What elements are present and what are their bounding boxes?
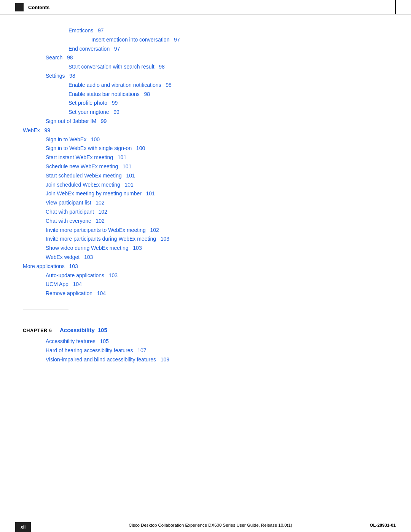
toc-item[interactable]: Enable audio and vibration notifications…	[68, 81, 388, 90]
toc-link[interactable]: Sign in to WebEx 100	[46, 136, 100, 142]
chapter-title[interactable]: Accessibility	[60, 327, 95, 333]
toc-link[interactable]: Invite more participants to WebEx meetin…	[46, 227, 159, 233]
chapter-toc-link[interactable]: Accessibility features 105	[46, 338, 109, 344]
header-title: Contents	[28, 5, 49, 10]
toc-link[interactable]: Invite more participants during WebEx me…	[46, 236, 169, 242]
toc-link[interactable]: Insert emoticon into conversation 97	[91, 37, 180, 43]
toc-item[interactable]: Chat with participant 102	[46, 208, 388, 217]
toc-link[interactable]: Schedule new WebEx meeting 101	[46, 163, 131, 169]
toc-item[interactable]: More applications 103	[23, 262, 388, 271]
toc-item[interactable]: Sign in to WebEx 100	[46, 135, 388, 144]
toc-link[interactable]: Auto-update applications 103	[46, 272, 118, 278]
chapter-items: Accessibility features 105Hard of hearin…	[23, 337, 388, 364]
toc-link[interactable]: WebEx widget 103	[46, 254, 93, 260]
toc-item[interactable]: End conversation 97	[68, 45, 388, 54]
toc-link[interactable]: Start instant WebEx meeting 101	[46, 154, 126, 160]
toc-item[interactable]: WebEx widget 103	[46, 253, 388, 262]
toc-link[interactable]: Join scheduled WebEx meeting 101	[46, 182, 134, 188]
toc-link[interactable]: Start conversation with search result 98	[68, 64, 165, 70]
toc-link[interactable]: Enable status bar notifications 98	[68, 91, 150, 97]
toc-item[interactable]: Settings 98	[46, 72, 388, 81]
toc-item[interactable]: Invite more participants to WebEx meetin…	[46, 226, 388, 235]
chapter-toc-item[interactable]: Vision-impaired and blind accessibility …	[46, 355, 388, 364]
toc-link[interactable]: WebEx 99	[23, 127, 50, 133]
header-square-icon	[15, 3, 24, 11]
toc-item[interactable]: Start scheduled WebEx meeting 101	[46, 171, 388, 181]
chapter-toc-item[interactable]: Hard of hearing accessibility features 1…	[46, 346, 388, 355]
toc-link[interactable]: Search 98	[46, 54, 73, 61]
toc-item[interactable]: Chat with everyone 102	[46, 217, 388, 226]
toc-link[interactable]: End conversation 97	[68, 46, 120, 52]
toc-item[interactable]: WebEx 99	[23, 126, 388, 135]
toc-item[interactable]: Start instant WebEx meeting 101	[46, 153, 388, 162]
toc-link[interactable]: Show video during WebEx meeting 103	[46, 245, 142, 251]
page-footer: xii Cisco Desktop Collaboration Experien…	[0, 518, 411, 532]
toc-item[interactable]: Invite more participants during WebEx me…	[46, 235, 388, 244]
toc-item[interactable]: Emoticons 97	[68, 26, 388, 35]
chapter-label: CHAPTER 6	[23, 328, 52, 333]
toc-item[interactable]: Auto-update applications 103	[46, 271, 388, 280]
toc-link[interactable]: More applications 103	[23, 263, 78, 269]
toc-content: Emoticons 97Insert emoticon into convers…	[0, 15, 411, 395]
toc-item[interactable]: Join scheduled WebEx meeting 101	[46, 181, 388, 190]
chapter-heading: CHAPTER 6 Accessibility 105	[23, 325, 388, 335]
toc-link[interactable]: Remove application 104	[46, 290, 106, 296]
toc-item[interactable]: Insert emoticon into conversation 97	[91, 35, 388, 45]
toc-item[interactable]: Remove application 104	[46, 289, 388, 298]
toc-link[interactable]: UCM App 104	[46, 281, 82, 287]
toc-item[interactable]: Search 98	[46, 53, 388, 62]
footer-doc-number: OL-28931-01	[370, 523, 396, 527]
header-right-line	[395, 0, 396, 14]
chapter-page: 105	[98, 325, 107, 335]
toc-item[interactable]: Schedule new WebEx meeting 101	[46, 162, 388, 171]
chapter-toc-link[interactable]: Vision-impaired and blind accessibility …	[46, 356, 169, 363]
toc-item[interactable]: Start conversation with search result 98	[68, 62, 388, 72]
toc-list: Emoticons 97Insert emoticon into convers…	[23, 26, 388, 298]
page-header: Contents	[0, 0, 411, 15]
chapter-divider	[23, 310, 68, 310]
toc-item[interactable]: View participant list 102	[46, 198, 388, 208]
chapter-toc-item[interactable]: Accessibility features 105	[46, 337, 388, 346]
chapter-toc-link[interactable]: Hard of hearing accessibility features 1…	[46, 347, 147, 353]
toc-link[interactable]: Settings 98	[46, 73, 75, 79]
footer-page-badge: xii	[15, 522, 31, 532]
toc-link[interactable]: Emoticons 97	[68, 27, 104, 34]
footer-center-text: Cisco Desktop Collaboration Experience D…	[25, 523, 396, 527]
toc-link[interactable]: Sign out of Jabber IM 99	[46, 118, 107, 124]
toc-item[interactable]: Sign out of Jabber IM 99	[46, 117, 388, 126]
toc-link[interactable]: Enable audio and vibration notifications…	[68, 82, 172, 88]
toc-link[interactable]: Set your ringtone 99	[68, 109, 119, 115]
toc-link[interactable]: Set profile photo 99	[68, 100, 118, 106]
toc-link[interactable]: Chat with participant 102	[46, 209, 107, 215]
toc-link[interactable]: Chat with everyone 102	[46, 218, 105, 224]
toc-link[interactable]: Start scheduled WebEx meeting 101	[46, 173, 135, 179]
toc-item[interactable]: Show video during WebEx meeting 103	[46, 244, 388, 253]
toc-item[interactable]: Join WebEx meeting by meeting number 101	[46, 189, 388, 198]
toc-item[interactable]: Set profile photo 99	[68, 99, 388, 108]
toc-item[interactable]: Enable status bar notifications 98	[68, 90, 388, 99]
toc-link[interactable]: Sign in to WebEx with single sign-on 100	[46, 145, 145, 151]
toc-item[interactable]: Set your ringtone 99	[68, 108, 388, 117]
toc-link[interactable]: View participant list 102	[46, 200, 105, 206]
toc-item[interactable]: Sign in to WebEx with single sign-on 100	[46, 144, 388, 153]
toc-item[interactable]: UCM App 104	[46, 280, 388, 289]
toc-link[interactable]: Join WebEx meeting by meeting number 101	[46, 190, 155, 197]
